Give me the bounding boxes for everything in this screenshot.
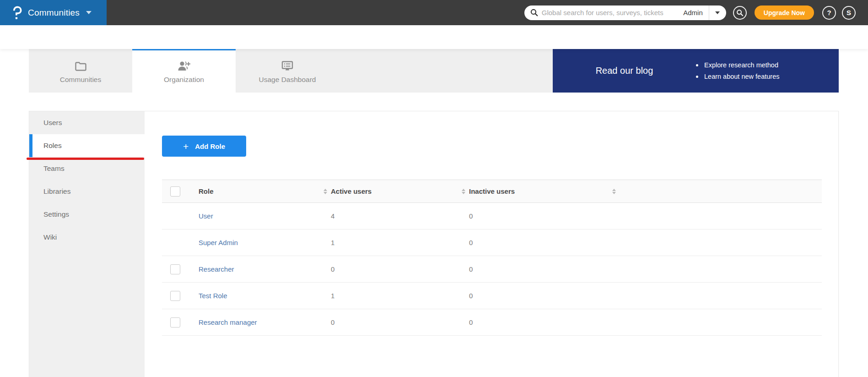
header-strip — [0, 25, 868, 49]
search-icon — [530, 9, 538, 16]
active-users-count: 1 — [331, 292, 469, 300]
global-search: Admin — [524, 5, 726, 20]
banner-bullet-list: Explore research method Learn about new … — [696, 61, 839, 80]
tab-strip: Communities Organization — [29, 49, 553, 93]
sidebar-item-settings[interactable]: Settings — [29, 203, 145, 226]
column-header-active-users: Active users — [331, 187, 372, 195]
search-scope-label: Admin — [683, 9, 703, 16]
settings-sidebar: Users Roles Teams Libraries Settings Wik… — [29, 111, 145, 377]
sidebar-item-label: Teams — [43, 164, 65, 173]
sort-icon[interactable] — [612, 189, 616, 194]
chevron-down-icon — [86, 11, 92, 14]
tab-organization[interactable]: Organization — [132, 49, 236, 93]
select-all-checkbox[interactable] — [170, 186, 180, 197]
person-add-icon — [177, 60, 191, 71]
table-row: Test Role 1 0 — [162, 283, 822, 309]
sidebar-item-label: Libraries — [43, 187, 70, 196]
help-button[interactable]: ? — [822, 6, 836, 20]
inactive-users-count: 0 — [469, 212, 620, 220]
sidebar-item-label: Users — [43, 119, 62, 127]
avatar[interactable]: S — [842, 6, 856, 20]
annotation-underline — [27, 158, 144, 160]
blog-banner: Read our blog Explore research method Le… — [553, 49, 839, 93]
sidebar-item-label: Wiki — [43, 233, 57, 241]
brand-label: Communities — [28, 8, 80, 18]
sort-icon[interactable] — [323, 189, 327, 194]
banner-bullet: Explore research method — [696, 61, 825, 69]
tab-label: Organization — [164, 76, 204, 84]
inactive-users-count: 0 — [469, 292, 620, 300]
active-users-count: 0 — [331, 318, 469, 326]
sidebar-item-label: Settings — [43, 210, 69, 219]
top-bar: Communities Admin Upgrade Now ? — [0, 0, 868, 25]
inactive-users-count: 0 — [469, 265, 620, 273]
role-link[interactable]: Researcher — [199, 265, 234, 273]
column-header-inactive-users: Inactive users — [469, 187, 515, 195]
bullet-text: Learn about new features — [704, 73, 779, 80]
active-users-count: 0 — [331, 265, 469, 273]
bullet-text: Explore research method — [704, 61, 778, 69]
column-header-role: Role — [199, 187, 214, 195]
role-link[interactable]: Test Role — [199, 292, 227, 300]
role-link[interactable]: Super Admin — [199, 239, 238, 246]
chevron-down-icon — [715, 11, 720, 14]
tab-communities[interactable]: Communities — [29, 49, 132, 93]
sidebar-item-wiki[interactable]: Wiki — [29, 226, 145, 249]
search-submit-button[interactable] — [733, 6, 747, 20]
active-users-count: 4 — [331, 212, 469, 220]
table-header-row: Role Active users Inactive users — [162, 180, 822, 203]
global-search-input[interactable] — [542, 9, 677, 16]
inactive-users-count: 0 — [469, 239, 620, 246]
sidebar-item-teams[interactable]: Teams — [29, 157, 145, 180]
sidebar-item-roles[interactable]: Roles — [29, 134, 145, 157]
inactive-users-count: 0 — [469, 318, 620, 326]
bullet-dot — [696, 76, 698, 78]
table-row: Researcher 0 0 — [162, 256, 822, 283]
sort-icon[interactable] — [462, 189, 465, 194]
add-role-label: Add Role — [195, 142, 225, 150]
brand-logo-icon — [12, 5, 22, 20]
table-row: User 4 0 — [162, 203, 822, 229]
search-icon — [736, 9, 744, 16]
dashboard-icon — [281, 60, 294, 71]
search-scope-dropdown[interactable] — [709, 5, 726, 20]
table-row: Super Admin 1 0 — [162, 229, 822, 256]
sidebar-item-label: Roles — [43, 142, 62, 150]
tab-label: Usage Dashboard — [259, 76, 316, 84]
upgrade-now-button[interactable]: Upgrade Now — [755, 5, 814, 20]
add-role-button[interactable]: + Add Role — [162, 136, 246, 157]
active-users-count: 1 — [331, 239, 469, 246]
plus-icon: + — [183, 142, 189, 151]
tab-usage-dashboard[interactable]: Usage Dashboard — [236, 49, 339, 93]
tab-label: Communities — [60, 76, 101, 84]
row-checkbox[interactable] — [170, 291, 180, 301]
roles-table: Role Active users Inactive users User 4 — [162, 180, 822, 336]
row-checkbox[interactable] — [170, 264, 180, 274]
row-checkbox[interactable] — [170, 317, 180, 328]
bullet-dot — [696, 64, 698, 66]
brand-communities-dropdown[interactable]: Communities — [0, 0, 107, 25]
role-link[interactable]: Research manager — [199, 318, 257, 326]
banner-bullet: Learn about new features — [696, 73, 825, 80]
read-our-blog-link[interactable]: Read our blog — [553, 66, 696, 76]
sidebar-item-libraries[interactable]: Libraries — [29, 180, 145, 203]
role-link[interactable]: User — [199, 212, 213, 220]
main-panel: Users Roles Teams Libraries Settings Wik… — [29, 111, 839, 377]
sidebar-item-users[interactable]: Users — [29, 111, 145, 134]
folder-icon — [75, 60, 87, 71]
table-row: Research manager 0 0 — [162, 309, 822, 336]
roles-content: + Add Role Role Active users Inactive us… — [145, 111, 838, 377]
